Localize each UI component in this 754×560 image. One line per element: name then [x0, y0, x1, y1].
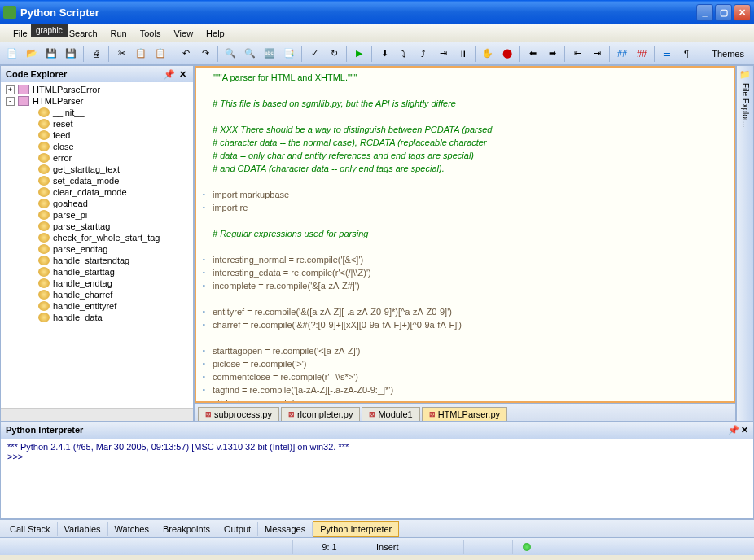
- code-text: [213, 240, 727, 253]
- find-files-icon[interactable]: 📑: [280, 45, 298, 63]
- editor-tab[interactable]: ⊠rlcompleter.py: [281, 407, 360, 421]
- tree-item[interactable]: close: [2, 141, 191, 152]
- uncomment-icon[interactable]: ##: [633, 45, 651, 63]
- close-panel-icon[interactable]: ✕: [741, 425, 748, 436]
- menu-help[interactable]: Help: [199, 26, 231, 41]
- stop-icon[interactable]: ✋: [479, 45, 497, 63]
- expand-icon[interactable]: +: [6, 85, 15, 94]
- expand-icon[interactable]: -: [6, 97, 15, 106]
- pin-icon[interactable]: 📌: [728, 425, 739, 436]
- editor-tab[interactable]: ⊠HTMLParser.py: [422, 407, 507, 421]
- h-scrollbar[interactable]: [1, 408, 193, 421]
- tree-item[interactable]: get_starttag_text: [2, 164, 191, 175]
- tree-item[interactable]: handle_data: [2, 312, 191, 323]
- code-editor[interactable]: """A parser for HTML and XHTML.""" # Thi…: [195, 66, 735, 403]
- indent-left-icon[interactable]: ⇤: [568, 45, 586, 63]
- undo-icon[interactable]: ↶: [177, 45, 195, 63]
- close-tab-icon[interactable]: ⊠: [205, 410, 212, 418]
- pilcrow-icon[interactable]: ¶: [677, 45, 695, 63]
- pause-icon[interactable]: ⏸: [454, 45, 471, 63]
- list-icon[interactable]: ☰: [658, 45, 676, 63]
- tree-item[interactable]: handle_starttag: [2, 266, 191, 278]
- tree-item[interactable]: goahead: [2, 198, 191, 209]
- redo-icon[interactable]: ↷: [196, 45, 214, 63]
- indent-right-icon[interactable]: ⇥: [588, 45, 606, 63]
- tree-item[interactable]: +HTMLParseError: [2, 84, 191, 95]
- tab-label: HTMLParser.py: [438, 409, 500, 419]
- nav-fwd-icon[interactable]: ➡: [543, 45, 561, 63]
- tree-item[interactable]: __init__: [2, 107, 191, 118]
- print-icon[interactable]: 🖨: [87, 45, 105, 63]
- find-next-icon[interactable]: 🔍: [241, 45, 259, 63]
- code-line: •import re: [203, 201, 727, 214]
- tree-item[interactable]: check_for_whole_start_tag: [2, 232, 191, 243]
- continue-icon[interactable]: ⇥: [434, 45, 452, 63]
- fold-marker: [203, 84, 213, 97]
- tree-item[interactable]: -HTMLParser: [2, 95, 191, 107]
- bottom-tab-variables[interactable]: Variables: [58, 522, 108, 536]
- file-explorer-tab[interactable]: 📁 File Explor...: [736, 65, 754, 422]
- fold-marker: •: [203, 357, 213, 370]
- bottom-tabs: Call StackVariablesWatchesBreakpointsOut…: [0, 519, 754, 537]
- close-button[interactable]: ✕: [734, 4, 751, 21]
- step-out-icon[interactable]: ⤴: [414, 45, 432, 63]
- tree-item[interactable]: handle_entityref: [2, 300, 191, 312]
- find-icon[interactable]: 🔍: [221, 45, 239, 63]
- pin-icon[interactable]: 📌: [164, 69, 175, 80]
- main-area: Code Explorer 📌 ✕ +HTMLParseError-HTMLPa…: [0, 65, 754, 422]
- bottom-tab-call-stack[interactable]: Call Stack: [3, 522, 58, 536]
- tree-item[interactable]: handle_startendtag: [2, 255, 191, 266]
- fold-marker: [203, 71, 213, 84]
- code-text: """A parser for HTML and XHTML.""": [213, 71, 727, 84]
- nav-back-icon[interactable]: ⬅: [524, 45, 541, 63]
- code-line: # XXX There should be a way to distingui…: [203, 123, 727, 136]
- editor-tab[interactable]: ⊠subprocess.py: [198, 407, 279, 421]
- copy-icon[interactable]: 📋: [132, 45, 150, 63]
- tree-item[interactable]: reset: [2, 118, 191, 129]
- bottom-tab-watches[interactable]: Watches: [108, 522, 156, 536]
- new-file-icon[interactable]: 📄: [3, 45, 21, 63]
- comment-icon[interactable]: ##: [613, 45, 631, 63]
- bottom-tab-messages[interactable]: Messages: [258, 522, 313, 536]
- editor-tab[interactable]: ⊠Module1: [362, 407, 419, 421]
- menu-search[interactable]: Search: [63, 26, 104, 41]
- tree-item[interactable]: handle_endtag: [2, 278, 191, 289]
- code-tree[interactable]: +HTMLParseError-HTMLParser__init__resetf…: [1, 82, 193, 408]
- menu-view[interactable]: View: [167, 26, 199, 41]
- tree-item[interactable]: error: [2, 152, 191, 164]
- paste-icon[interactable]: 📋: [151, 45, 169, 63]
- save-icon[interactable]: 💾: [42, 45, 60, 63]
- bottom-tab-python-interpreter[interactable]: Python Interpreter: [313, 521, 399, 537]
- bottom-tab-breakpoints[interactable]: Breakpoints: [156, 522, 217, 536]
- reload-icon[interactable]: ↻: [325, 45, 343, 63]
- tree-item[interactable]: parse_pi: [2, 209, 191, 221]
- cut-icon[interactable]: ✂: [112, 45, 130, 63]
- separator: [609, 46, 610, 62]
- tree-item[interactable]: feed: [2, 129, 191, 141]
- close-tab-icon[interactable]: ⊠: [288, 410, 295, 418]
- minimize-button[interactable]: _: [696, 4, 713, 21]
- tree-item[interactable]: set_cdata_mode: [2, 175, 191, 186]
- interpreter-console[interactable]: *** Python 2.4.1 (#65, Mar 30 2005, 09:1…: [1, 439, 753, 518]
- close-tab-icon[interactable]: ⊠: [369, 410, 375, 418]
- maximize-button[interactable]: ▢: [715, 4, 732, 21]
- close-panel-icon[interactable]: ✕: [177, 69, 188, 80]
- save-all-icon[interactable]: 💾: [62, 45, 80, 63]
- menu-tools[interactable]: Tools: [134, 26, 168, 41]
- tree-item[interactable]: handle_charref: [2, 289, 191, 300]
- tree-item[interactable]: clear_cdata_mode: [2, 186, 191, 198]
- menu-run[interactable]: Run: [104, 26, 134, 41]
- breakpoint-icon[interactable]: ⬤: [498, 45, 516, 63]
- check-icon[interactable]: ✓: [305, 45, 323, 63]
- menu-file[interactable]: File: [7, 26, 34, 41]
- close-tab-icon[interactable]: ⊠: [429, 410, 436, 418]
- step-over-icon[interactable]: ⤵: [395, 45, 413, 63]
- bottom-tab-output[interactable]: Output: [217, 522, 258, 536]
- step-into-icon[interactable]: ⬇: [375, 45, 393, 63]
- replace-icon[interactable]: 🔤: [261, 45, 278, 63]
- tree-item[interactable]: parse_endtag: [2, 243, 191, 255]
- open-file-icon[interactable]: 📂: [23, 45, 41, 63]
- run-icon[interactable]: ▶: [350, 45, 368, 63]
- themes-menu[interactable]: Themes: [705, 47, 751, 60]
- tree-item[interactable]: parse_starttag: [2, 221, 191, 232]
